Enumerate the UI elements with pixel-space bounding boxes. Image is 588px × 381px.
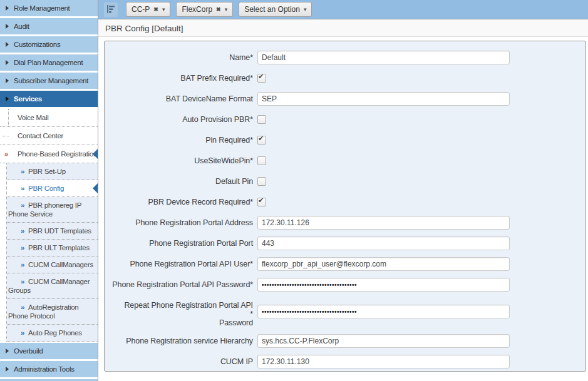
- sidebar-item-label: Voice Mail: [18, 114, 48, 121]
- chevrons-icon: »: [21, 244, 24, 251]
- field-label: Phone Registration Portal Address: [105, 216, 257, 230]
- form-row-bat-prefix-required: BAT Prefix Required*✔: [105, 71, 585, 85]
- expand-arrow-icon: [6, 348, 9, 353]
- chevrons-icon: »: [21, 185, 24, 192]
- sidebar-item-phone-based-registration[interactable]: »Phone-Based Registration: [0, 145, 98, 163]
- field-label: Phone Registration Portal API Password*: [105, 278, 257, 292]
- filter-label: CC-P: [132, 5, 150, 14]
- form-row-pbr-device-record-required: PBR Device Record Required*✔: [105, 195, 585, 209]
- expand-arrow-icon: [6, 6, 9, 11]
- chevrons-icon: »: [21, 201, 24, 209]
- remove-filter-icon[interactable]: ✖: [153, 6, 158, 13]
- form-row-repeat-phone-registration-portal-api-password: Repeat Phone Registration Portal API * P…: [105, 298, 585, 327]
- repeat-phone-registration-portal-api-password-input[interactable]: [257, 305, 510, 318]
- sidebar-item-dial-plan-management[interactable]: Dial Plan Management: [0, 54, 98, 71]
- sidebar-item-cucm-callmanager-groups[interactable]: »CUCM CallManager Groups: [7, 273, 98, 299]
- page-header: PBR Config [Default]: [98, 20, 588, 37]
- expand-arrow-icon: [6, 42, 9, 47]
- sidebar-item-auto-reg-phones[interactable]: »Auto Reg Phones: [7, 325, 98, 342]
- default-pin-checkbox[interactable]: [257, 177, 266, 186]
- form-row-phone-registration-portal-port: Phone Registration Portal Port: [105, 236, 585, 250]
- form-row-bat-devicename-format: BAT DeviceName Format: [105, 92, 585, 106]
- sidebar-item-label: Contact Center: [18, 132, 63, 140]
- filter-label: FlexCorp: [182, 5, 212, 14]
- phone-registration-portal-api-user-input[interactable]: [257, 257, 510, 271]
- dropdown-caret-icon: ▾: [162, 6, 165, 13]
- dropdown-caret-icon: ▾: [304, 6, 307, 13]
- phone-registration-portal-address-input[interactable]: [257, 216, 510, 230]
- services-subtree: Voice MailContact Center»Phone-Based Reg…: [0, 109, 98, 342]
- sidebar-item-autoregistration-phone-protocol[interactable]: »AutoRegistration Phone Protocol: [7, 299, 98, 325]
- tree-guide-icon: [8, 109, 9, 126]
- sidebar-item-pbr-ult-templates[interactable]: »PBR ULT Templates: [7, 240, 98, 257]
- tree-guide-icon: [3, 136, 9, 136]
- sidebar-item-label: PBR UDT Templates: [28, 227, 91, 235]
- page-title: PBR Config [Default]: [105, 24, 183, 33]
- expand-arrow-icon: [6, 367, 9, 372]
- sidebar-item-cucm-callmanagers[interactable]: »CUCM CallManagers: [7, 257, 98, 273]
- sidebar-item-label: Dial Plan Management: [14, 59, 83, 66]
- bat-devicename-format-input[interactable]: [257, 92, 510, 106]
- hierarchy-icon[interactable]: [104, 3, 118, 17]
- expand-arrow-icon: [6, 24, 9, 29]
- sidebar-item-pbr-phonereg-ip-phone-service[interactable]: »PBR phonereg IP Phone Service: [7, 197, 98, 223]
- sidebar-item-pbr-udt-templates[interactable]: »PBR UDT Templates: [7, 223, 98, 240]
- sidebar-item-role-management[interactable]: Role Management: [0, 0, 98, 16]
- field-label: CUCM IP: [105, 355, 257, 368]
- field-label: Phone Registration service Hierarchy: [105, 334, 257, 348]
- sidebar-item-services[interactable]: Services: [0, 91, 98, 107]
- topbar: CC-P✖▾FlexCorp✖▾Select an Option▾: [98, 0, 588, 19]
- chevrons-icon: »: [21, 168, 24, 175]
- bat-prefix-required-checkbox[interactable]: ✔: [257, 74, 266, 83]
- sidebar-item-customizations[interactable]: Customizations: [0, 36, 98, 53]
- sidebar-nav: Role ManagementAuditCustomizationsDial P…: [0, 0, 98, 381]
- phone-registration-portal-port-input[interactable]: [257, 236, 510, 250]
- sidebar-item-label: PBR Config: [28, 185, 64, 192]
- check-mark-icon: ✔: [258, 196, 264, 205]
- sidebar-item-voice-mail[interactable]: Voice Mail: [0, 109, 98, 127]
- remove-filter-icon[interactable]: ✖: [216, 6, 221, 13]
- pbr-device-record-required-checkbox[interactable]: ✔: [257, 198, 266, 206]
- sidebar-item-label: Phone-Based Registration: [18, 150, 97, 158]
- phone-registration-service-hierarchy-input[interactable]: [257, 334, 510, 348]
- chevrons-icon: »: [21, 278, 24, 285]
- name-input[interactable]: [257, 51, 510, 64]
- form-row-phone-registration-portal-api-password: Phone Registration Portal API Password*: [105, 278, 585, 292]
- field-label: Phone Registration Portal Port: [105, 236, 257, 250]
- sidebar-item-label: Auto Reg Phones: [28, 329, 82, 337]
- filter-dropdown-flexcorp[interactable]: FlexCorp✖▾: [176, 2, 233, 17]
- form-row-auto-provision-pbr: Auto Provision PBR*: [105, 113, 585, 126]
- sidebar-item-label: Administration Tools: [14, 365, 75, 373]
- sidebar-item-label: PBR ULT Templates: [28, 244, 90, 251]
- sidebar-item-subscriber-management[interactable]: Subscriber Management: [0, 73, 98, 89]
- field-label: Auto Provision PBR*: [105, 113, 257, 126]
- hierarchy-levels-icon: [106, 4, 115, 14]
- sidebar-item-label: PBR phonereg IP Phone Service: [8, 201, 81, 218]
- auto-provision-pbr-checkbox[interactable]: [257, 115, 266, 124]
- sidebar-item-overbuild[interactable]: Overbuild: [0, 343, 98, 359]
- sidebar-item-label: Customizations: [14, 41, 60, 48]
- pin-required-checkbox[interactable]: ✔: [257, 136, 266, 145]
- sidebar-item-label: Overbuild: [14, 347, 43, 355]
- selected-pointer-icon: [93, 183, 98, 193]
- cucm-ip-input[interactable]: [257, 355, 510, 368]
- field-label: Pin Required*: [105, 133, 257, 147]
- sidebar-item-pbr-config[interactable]: »PBR Config: [7, 180, 98, 197]
- sidebar-item-contact-center[interactable]: Contact Center: [0, 127, 98, 145]
- chevrons-icon: »: [21, 329, 24, 337]
- field-label: BAT Prefix Required*: [105, 71, 257, 85]
- filter-dropdown-select-an-option[interactable]: Select an Option▾: [239, 2, 312, 17]
- field-label: BAT DeviceName Format: [105, 92, 257, 106]
- sidebar-item-pbr-set-up[interactable]: »PBR Set-Up: [7, 163, 98, 180]
- expand-arrow-icon: [6, 60, 9, 65]
- sidebar-item-label: Role Management: [14, 4, 70, 12]
- filter-dropdown-cc-p[interactable]: CC-P✖▾: [126, 2, 170, 17]
- topbar-filters: CC-P✖▾FlexCorp✖▾Select an Option▾: [118, 2, 312, 17]
- usesitewidepin-checkbox[interactable]: [257, 156, 266, 165]
- sidebar-item-audit[interactable]: Audit: [0, 18, 98, 34]
- field-label: Phone Registration Portal API User*: [105, 257, 257, 271]
- sidebar-item-administration-tools[interactable]: Administration Tools: [0, 361, 98, 377]
- form-row-phone-registration-portal-api-user: Phone Registration Portal API User*: [105, 257, 585, 271]
- phone-registration-portal-api-password-input[interactable]: [257, 278, 510, 292]
- chevrons-icon: »: [4, 150, 8, 158]
